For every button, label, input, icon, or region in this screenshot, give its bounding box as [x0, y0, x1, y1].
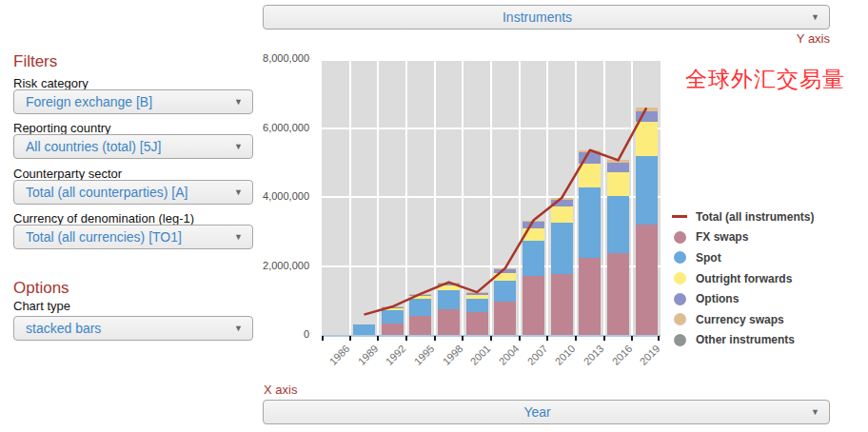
bar-segment[interactable]	[551, 274, 573, 335]
bar-segment[interactable]	[579, 152, 601, 164]
x-axis-labels: 1986198919921995199820012004200720102013…	[322, 341, 661, 383]
stats-explorer-app: Instruments ▼ Y axis Filters Risk catego…	[0, 0, 868, 432]
reporting-country-select[interactable]: All countries (total) [5J] ▼	[13, 134, 253, 159]
bar-segment[interactable]	[523, 276, 544, 335]
dot-swatch	[674, 272, 686, 285]
bar-segment[interactable]	[607, 196, 629, 253]
v-gridline	[603, 59, 605, 335]
bar-segment[interactable]	[494, 273, 516, 281]
bar-segment[interactable]	[551, 223, 573, 274]
legend-item[interactable]: Currency swaps	[672, 309, 814, 330]
chevron-down-icon: ▼	[811, 13, 829, 22]
legend-label: Spot	[696, 251, 721, 265]
legend-label: Total (all instruments)	[696, 210, 814, 224]
filters-heading: Filters	[13, 52, 57, 71]
legend-label: Currency swaps	[696, 313, 784, 326]
v-gridline	[519, 59, 521, 335]
x-axis-dimension-value: Year	[264, 404, 811, 420]
legend-item[interactable]: Outright forwards	[672, 268, 814, 289]
y-tick-label: 0	[304, 328, 309, 340]
x-axis-note: X axis	[264, 383, 297, 397]
chevron-down-icon: ▼	[811, 408, 829, 417]
bar-segment[interactable]	[607, 172, 629, 196]
bar-segment[interactable]	[636, 156, 658, 225]
y-tick-label: 2,000,000	[263, 260, 309, 271]
chart-type-value: stacked bars	[14, 321, 234, 336]
bar-segment[interactable]	[579, 150, 601, 152]
plot-area	[322, 59, 661, 337]
dot-swatch	[674, 251, 686, 264]
chart-type-label: Chart type	[13, 299, 70, 313]
y-tick-label: 6,000,000	[263, 122, 309, 133]
counterparty-sector-select[interactable]: Total (all counterparties) [A] ▼	[13, 180, 253, 205]
bar-segment[interactable]	[551, 206, 573, 223]
legend-item[interactable]: Spot	[672, 247, 814, 268]
x-axis-dimension-select[interactable]: Year ▼	[263, 400, 830, 424]
legend-label: Outright forwards	[696, 272, 792, 285]
bar-segment[interactable]	[551, 200, 573, 207]
currency-denomination-select[interactable]: Total (all currencies) [TO1] ▼	[13, 225, 253, 249]
legend-item[interactable]: FX swaps	[672, 227, 814, 248]
y-axis-dimension-select[interactable]: Instruments ▼	[263, 5, 830, 29]
bar-segment[interactable]	[382, 308, 404, 310]
bar-segment[interactable]	[409, 316, 431, 335]
legend-item[interactable]: Options	[672, 288, 814, 309]
bar-segment[interactable]	[579, 164, 601, 187]
reporting-country-label: Reporting country	[13, 121, 111, 135]
bar-segment[interactable]	[494, 269, 516, 273]
bar-segment[interactable]	[494, 281, 516, 303]
legend-label: FX swaps	[696, 230, 748, 244]
chart-legend: Total (all instruments)FX swapsSpotOutri…	[672, 206, 814, 350]
bar-segment[interactable]	[523, 228, 544, 241]
reporting-country-value: All countries (total) [5J]	[14, 139, 234, 154]
bar-segment[interactable]	[382, 324, 404, 335]
bar-segment[interactable]	[636, 122, 658, 156]
v-gridline	[631, 59, 633, 335]
bar-segment[interactable]	[466, 312, 488, 335]
bar-segment[interactable]	[523, 241, 544, 275]
bar-segment[interactable]	[466, 292, 488, 294]
legend-item[interactable]: Total (all instruments)	[672, 206, 814, 227]
legend-dot-icon	[672, 272, 687, 285]
y-axis-labels: 02,000,0004,000,0006,000,0008,000,000	[246, 59, 316, 335]
y-axis-note: Y axis	[263, 31, 830, 46]
legend-dot-icon	[672, 334, 687, 346]
legend-dot-icon	[672, 293, 687, 305]
y-tick-label: 8,000,000	[263, 52, 309, 64]
bar-segment[interactable]	[438, 309, 460, 335]
bar-segment[interactable]	[438, 283, 460, 285]
bar-segment[interactable]	[523, 222, 544, 229]
dot-swatch	[674, 293, 686, 305]
chart-title: 全球外汇交易量	[685, 65, 845, 94]
bar-segment[interactable]	[494, 302, 516, 335]
v-gridline	[490, 59, 492, 335]
legend-item[interactable]: Other instruments	[672, 330, 814, 351]
legend-dot-icon	[672, 251, 687, 264]
bar-segment[interactable]	[466, 299, 488, 312]
bar-segment[interactable]	[636, 225, 658, 335]
bar-segment[interactable]	[438, 285, 460, 290]
bar-segment[interactable]	[438, 290, 460, 310]
chart-type-select[interactable]: stacked bars ▼	[13, 316, 253, 341]
legend-dot-icon	[672, 313, 687, 325]
bar-segment[interactable]	[579, 187, 601, 258]
bar-segment[interactable]	[409, 299, 431, 316]
risk-category-select[interactable]: Foreign exchange [B] ▼	[13, 89, 253, 114]
bar-segment[interactable]	[353, 324, 375, 335]
bar-segment[interactable]	[636, 108, 658, 111]
bar-segment[interactable]	[607, 160, 629, 163]
bar-segment[interactable]	[494, 268, 516, 269]
bar-segment[interactable]	[636, 111, 658, 122]
bar-segment[interactable]	[466, 295, 488, 300]
risk-category-value: Foreign exchange [B]	[14, 94, 234, 109]
bar-segment[interactable]	[409, 294, 431, 295]
bar-segment[interactable]	[523, 221, 544, 222]
bar-segment[interactable]	[551, 198, 573, 200]
bar-segment[interactable]	[607, 253, 629, 335]
bar-segment[interactable]	[409, 296, 431, 300]
bar-segment[interactable]	[382, 307, 404, 308]
bar-segment[interactable]	[607, 163, 629, 171]
v-gridline	[462, 59, 464, 335]
bar-segment[interactable]	[382, 310, 404, 324]
bar-segment[interactable]	[579, 258, 601, 335]
